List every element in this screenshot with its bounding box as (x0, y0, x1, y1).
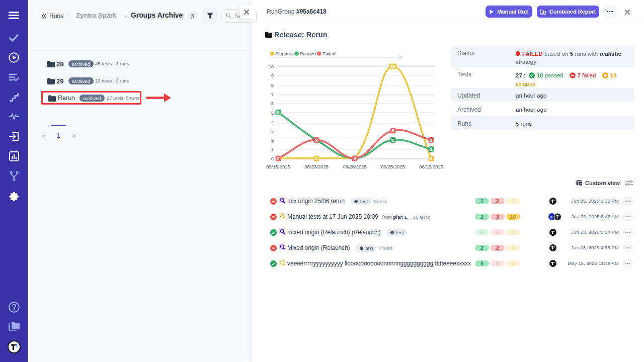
svg-text:0: 0 (277, 156, 279, 161)
svg-text:05/15/2025: 05/15/2025 (266, 164, 290, 169)
svg-text:06/25/2025: 06/25/2025 (419, 164, 443, 169)
svg-text:10: 10 (390, 64, 395, 69)
svg-text:3: 3 (391, 128, 394, 133)
svg-text:0: 0 (353, 156, 356, 161)
svg-text:7: 7 (271, 92, 274, 97)
svg-text:0: 0 (271, 156, 274, 161)
svg-text:10: 10 (268, 64, 274, 69)
svg-text:1: 1 (271, 147, 274, 152)
svg-text:6: 6 (271, 101, 274, 106)
svg-text:2: 2 (271, 137, 274, 143)
svg-text:1: 1 (430, 147, 432, 152)
svg-text:8: 8 (271, 82, 274, 88)
svg-text:5: 5 (271, 110, 274, 116)
svg-text:2: 2 (430, 138, 432, 143)
svg-text:06/23/2025: 06/23/2025 (343, 164, 367, 169)
svg-text:06/23/2025: 06/23/2025 (304, 164, 329, 169)
svg-text:4: 4 (271, 119, 274, 125)
svg-text:Failed: Failed (323, 51, 336, 56)
svg-text:0: 0 (315, 156, 317, 161)
svg-text:Skipped: Skipped (275, 51, 292, 56)
svg-text:3: 3 (271, 128, 274, 134)
svg-text:06/25/2025: 06/25/2025 (381, 164, 405, 169)
svg-text:5: 5 (277, 110, 279, 115)
svg-text:Passed: Passed (300, 51, 316, 56)
svg-text:9: 9 (271, 73, 274, 78)
svg-text:2: 2 (315, 138, 317, 143)
svg-text:2: 2 (391, 138, 394, 143)
svg-text:0: 0 (430, 156, 432, 161)
